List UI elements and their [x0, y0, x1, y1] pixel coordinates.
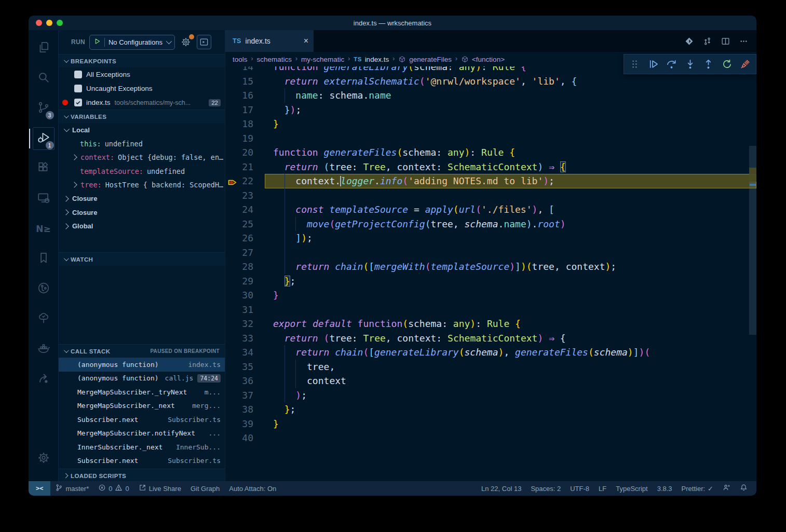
activity-item-explorer[interactable] [31, 33, 56, 63]
git-graph-item[interactable]: Git Graph [186, 485, 224, 493]
section-header-watch[interactable]: WATCH [59, 252, 225, 266]
editor-gutter[interactable]: 20 [225, 145, 265, 160]
notifications-item[interactable] [735, 484, 752, 493]
code-line[interactable]: 28 return chain([mergeWith(templateSourc… [225, 260, 756, 274]
breakpoint-checkbox[interactable] [74, 85, 82, 92]
editor-gutter[interactable]: 29 [225, 274, 265, 289]
editor-gutter[interactable]: 35 [225, 360, 265, 374]
editor-gutter[interactable]: 25 [225, 217, 265, 231]
breakpoint-row[interactable]: index.tstools/schematics/my-sch...22 [59, 96, 225, 110]
section-header-variables[interactable]: VARIABLES [59, 110, 225, 123]
activity-item-run-and-debug[interactable]: 1 [31, 124, 56, 154]
editor-gutter[interactable]: 17 [225, 103, 265, 117]
editor-gutter[interactable]: 24 [225, 202, 265, 217]
variable-row[interactable]: tree:HostTree {_backend: ScopedH… [59, 178, 225, 192]
code-line[interactable]: 16 name: schema.name [225, 88, 756, 103]
code-line[interactable]: 27 [225, 245, 756, 260]
code-viewport[interactable]: 14function generateLibrary(schema: any):… [225, 66, 756, 481]
section-header-breakpoints[interactable]: BREAKPOINTS [59, 54, 225, 67]
zoom-window-button[interactable] [57, 20, 63, 26]
code-line[interactable]: 36 context [225, 374, 756, 388]
code-line[interactable]: 34 return chain([generateLibrary(schema)… [225, 345, 756, 360]
call-stack-frame[interactable]: MergeMapSubscriber._tryNextm... [59, 385, 225, 399]
remote-indicator[interactable]: >< [29, 481, 50, 496]
activity-item-extensions[interactable] [31, 154, 56, 184]
activity-item-todo-tree[interactable] [31, 304, 56, 334]
variable-row[interactable]: Global [59, 220, 225, 234]
code-line[interactable]: 22 context.logger.info('adding NOTES.md … [225, 174, 756, 188]
editor-gutter[interactable]: 31 [225, 303, 265, 317]
breadcrumb-item[interactable]: my-schematic [301, 56, 344, 63]
editor-scrollbar[interactable] [749, 66, 756, 481]
step-over-button[interactable] [664, 57, 680, 72]
debug-settings-gear[interactable] [179, 35, 193, 49]
activity-item-share[interactable] [31, 364, 56, 394]
code-line[interactable]: 24 const templateSource = apply(url('./f… [225, 202, 756, 217]
continue-button[interactable] [645, 57, 661, 72]
code-line[interactable]: 25 move(getProjectConfig(tree, schema.na… [225, 217, 756, 231]
breakpoint-row[interactable]: Uncaught Exceptions [59, 81, 225, 96]
code-line[interactable]: 21 return (tree: Tree, context: Schemati… [225, 160, 756, 174]
synchronize-changes-icon[interactable] [700, 34, 714, 48]
debug-console-button[interactable] [197, 35, 211, 49]
editor-gutter[interactable]: 23 [225, 188, 265, 203]
code-line[interactable]: 37 ); [225, 388, 756, 403]
editor-gutter[interactable]: 33 [225, 331, 265, 346]
activity-item-bookmarks[interactable] [31, 244, 56, 274]
code-line[interactable]: 19 [225, 131, 756, 146]
code-line[interactable]: 18} [225, 117, 756, 131]
tab-index-ts[interactable]: TS index.ts × [225, 30, 314, 52]
editor-gutter[interactable]: 15 [225, 74, 265, 89]
indentation-item[interactable]: Spaces: 2 [526, 485, 565, 493]
call-stack-frame[interactable]: Subscriber.nextSubscriber.ts [59, 454, 225, 468]
restart-button[interactable] [719, 57, 735, 72]
activity-item-gitlens[interactable] [31, 274, 56, 304]
code-line[interactable]: 32export default function(schema: any): … [225, 317, 756, 331]
code-line[interactable]: 26 ]); [225, 231, 756, 245]
disconnect-button[interactable] [738, 57, 753, 72]
variable-row[interactable]: Closure [59, 192, 225, 206]
activity-item-nx-console[interactable]: N≥ [31, 214, 56, 244]
code-line[interactable]: 31 [225, 303, 756, 317]
variable-row[interactable]: context:Object {debug: false, en… [59, 151, 225, 165]
launch-config-dropdown[interactable]: No Configurations [89, 35, 175, 50]
breadcrumb-item[interactable]: generateFiles [398, 56, 452, 63]
step-into-button[interactable] [682, 57, 698, 72]
editor-gutter[interactable]: 14 [225, 66, 265, 74]
activity-item-manage[interactable] [31, 444, 56, 474]
code-line[interactable]: 38 }; [225, 402, 756, 417]
editor-gutter[interactable]: 37 [225, 388, 265, 403]
call-stack-frame[interactable]: MergeMapSubscriber._nextmerg... [59, 399, 225, 413]
section-header-call-stack[interactable]: CALL STACK PAUSED ON BREAKPOINT [59, 344, 225, 358]
code-line[interactable]: 35 tree, [225, 360, 756, 374]
activity-item-search[interactable] [31, 63, 56, 93]
editor-gutter[interactable]: 22 [225, 174, 265, 188]
editor-gutter[interactable]: 30 [225, 288, 265, 303]
encoding-item[interactable]: UTF-8 [565, 485, 594, 493]
git-branch-item[interactable]: master* [50, 484, 93, 493]
code-line[interactable]: 29 }; [225, 274, 756, 289]
breadcrumb-item[interactable]: TSindex.ts [354, 56, 389, 63]
more-actions-icon[interactable] [737, 34, 750, 48]
editor-gutter[interactable]: 16 [225, 88, 265, 103]
prettier-item[interactable]: Prettier: ✓ [677, 485, 718, 493]
close-window-button[interactable] [36, 20, 42, 26]
problems-item[interactable]: 0 0 [93, 484, 133, 493]
code-line[interactable]: 20function generateFiles(schema: any): R… [225, 145, 756, 160]
code-line[interactable]: 30} [225, 288, 756, 303]
activity-item-docker[interactable] [31, 334, 56, 364]
cursor-position-item[interactable]: Ln 22, Col 13 [477, 485, 526, 493]
call-stack-frame[interactable]: (anonymous function)call.js74:24 [59, 372, 225, 386]
eol-item[interactable]: LF [594, 485, 611, 493]
split-editor-icon[interactable] [719, 34, 732, 48]
start-debug-icon[interactable] [94, 38, 101, 46]
section-header-loaded-scripts[interactable]: LOADED SCRIPTS [59, 469, 225, 481]
call-stack-frame[interactable]: (anonymous function)index.ts [59, 358, 225, 372]
code-line[interactable]: 17 }); [225, 103, 756, 117]
editor-gutter[interactable]: 26 [225, 231, 265, 245]
editor-gutter[interactable]: 39 [225, 417, 265, 431]
breadcrumb-item[interactable]: <function> [461, 56, 505, 63]
editor-gutter[interactable]: 40 [225, 431, 265, 445]
call-stack-frame[interactable]: InnerSubscriber._nextInnerSub... [59, 440, 225, 454]
variable-row[interactable]: this:undefined [59, 137, 225, 151]
